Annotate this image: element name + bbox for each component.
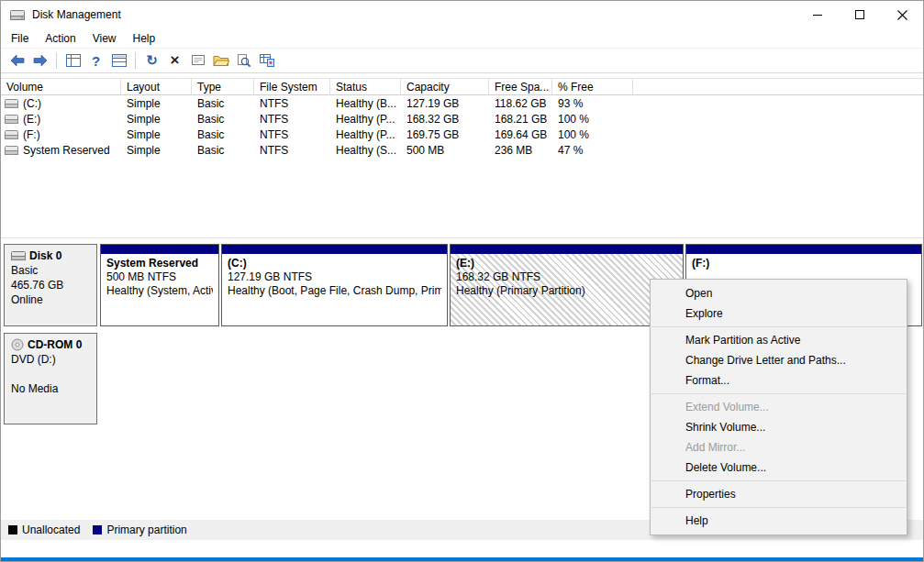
menu-item-shrink-volume[interactable]: Shrink Volume... <box>651 417 907 437</box>
cell-layout: Simple <box>121 128 192 141</box>
properties-icon[interactable] <box>187 50 208 71</box>
drive-icon <box>5 129 19 140</box>
primary-partition-label: Primary partition <box>106 523 186 536</box>
cell-file-system: NTFS <box>254 113 330 126</box>
partition-name: (F:) <box>692 257 916 270</box>
menu-item-mark-partition-active[interactable]: Mark Partition as Active <box>651 330 907 350</box>
forward-icon[interactable] <box>29 50 50 71</box>
unallocated-label: Unallocated <box>22 523 80 536</box>
toolbar-separator <box>56 52 57 69</box>
partition-c[interactable]: (C:) 127.19 GB NTFS Healthy (Boot, Page … <box>221 244 448 326</box>
cdrom0-panel[interactable]: CD-ROM 0 DVD (D:) No Media <box>4 333 97 424</box>
menu-separator <box>651 480 906 481</box>
partition-size: 127.19 GB NTFS <box>228 270 441 284</box>
disk0-status: Online <box>11 292 90 307</box>
menu-item-format[interactable]: Format... <box>651 370 907 391</box>
refresh-icon[interactable]: ↻ <box>141 50 162 71</box>
cell-file-system: NTFS <box>254 128 330 141</box>
open-folder-icon[interactable] <box>210 50 231 71</box>
toolbar: ? ↻ × <box>1 49 923 73</box>
partition-system-reserved[interactable]: System Reserved 500 MB NTFS Healthy (Sys… <box>100 244 219 326</box>
cell-file-system: NTFS <box>254 144 330 157</box>
drive-icon <box>5 98 19 109</box>
column-header-free-space[interactable]: Free Spa... <box>489 79 552 95</box>
cell-pct-free: 100 % <box>552 128 633 141</box>
column-header-status[interactable]: Status <box>330 79 401 95</box>
menu-item-help[interactable]: Help <box>651 511 907 531</box>
volume-row-system-reserved[interactable]: System Reserved Simple Basic NTFS Health… <box>1 142 923 158</box>
menu-item-add-mirror: Add Mirror... <box>651 437 907 457</box>
cell-capacity: 169.75 GB <box>401 128 489 141</box>
cell-status: Healthy (P... <box>330 113 401 126</box>
find-icon[interactable] <box>233 50 254 71</box>
menu-item-delete-volume[interactable]: Delete Volume... <box>651 457 907 478</box>
volume-row-c[interactable]: (C:) Simple Basic NTFS Healthy (B... 127… <box>1 95 923 111</box>
menu-item-open[interactable]: Open <box>651 283 907 303</box>
titlebar: Disk Management <box>1 1 923 28</box>
column-header-type[interactable]: Type <box>192 79 254 95</box>
help-icon[interactable]: ? <box>85 50 106 71</box>
drive-icon <box>5 145 19 156</box>
column-header-pct-free[interactable]: % Free <box>552 79 633 95</box>
minimize-button[interactable] <box>796 1 839 28</box>
partition-color-strip <box>451 245 683 254</box>
volume-list-header: Volume Layout Type File System Status Ca… <box>1 78 923 95</box>
close-button[interactable] <box>881 1 923 28</box>
disk0-type: Basic <box>11 263 90 278</box>
disk-icon <box>11 250 26 261</box>
column-header-filler <box>633 79 923 95</box>
menu-help[interactable]: Help <box>125 29 164 48</box>
show-graphical-view-icon[interactable] <box>108 50 129 71</box>
column-header-volume[interactable]: Volume <box>1 79 121 95</box>
cell-status: Healthy (P... <box>330 128 401 141</box>
cell-pct-free: 47 % <box>552 144 633 157</box>
pane-divider[interactable] <box>1 237 923 238</box>
column-header-capacity[interactable]: Capacity <box>401 79 489 95</box>
cell-volume: (F:) <box>1 128 121 141</box>
maximize-icon <box>855 10 864 19</box>
cdrom0-title: CD-ROM 0 <box>11 337 90 352</box>
menu-action[interactable]: Action <box>37 29 83 48</box>
menu-file[interactable]: File <box>3 29 37 48</box>
window-bottom-border <box>1 557 923 562</box>
partition-e[interactable]: (E:) 168.32 GB NTFS Healthy (Primary Par… <box>450 244 684 326</box>
context-menu: Open Explore Mark Partition as Active Ch… <box>650 279 907 535</box>
disk0-panel[interactable]: Disk 0 Basic 465.76 GB Online <box>4 244 97 326</box>
partition-color-strip <box>101 245 218 254</box>
cell-layout: Simple <box>121 113 192 126</box>
column-header-layout[interactable]: Layout <box>121 79 192 95</box>
volume-row-e[interactable]: (E:) Simple Basic NTFS Healthy (P... 168… <box>1 111 923 127</box>
cell-free-space: 169.64 GB <box>489 128 552 141</box>
menu-view[interactable]: View <box>84 29 125 48</box>
menu-item-properties[interactable]: Properties <box>651 484 907 504</box>
maximize-button[interactable] <box>839 1 881 28</box>
cell-pct-free: 100 % <box>552 113 633 126</box>
show-console-tree-icon[interactable] <box>62 50 83 71</box>
disk0-title: Disk 0 <box>11 248 90 263</box>
cell-layout: Simple <box>121 97 192 110</box>
menu-item-change-drive-letter[interactable]: Change Drive Letter and Paths... <box>651 350 907 370</box>
window-controls <box>796 1 923 28</box>
disk-management-window: Disk Management File Action View Help ? <box>0 0 924 562</box>
cell-type: Basic <box>192 144 254 157</box>
partition-color-strip <box>686 245 921 254</box>
cell-capacity: 168.32 GB <box>401 113 489 126</box>
partition-status: Healthy (Boot, Page File, Crash Dump, Pr… <box>228 284 441 298</box>
menu-separator <box>651 507 906 508</box>
column-header-file-system[interactable]: File System <box>254 79 330 95</box>
back-icon[interactable] <box>6 50 28 71</box>
cd-icon <box>11 338 24 351</box>
cell-free-space: 168.21 GB <box>489 113 552 126</box>
drive-icon <box>5 114 19 125</box>
partition-color-strip <box>222 245 447 254</box>
delete-icon[interactable]: × <box>164 50 185 71</box>
cell-type: Basic <box>192 128 254 141</box>
cell-status: Healthy (S... <box>330 144 401 157</box>
close-icon <box>897 10 907 20</box>
minimize-icon <box>813 15 822 16</box>
cdrom0-type: DVD (D:) <box>11 352 90 367</box>
volume-row-f[interactable]: (F:) Simple Basic NTFS Healthy (P... 169… <box>1 127 923 142</box>
convert-disk-icon[interactable] <box>256 50 277 71</box>
menu-item-explore[interactable]: Explore <box>651 303 907 324</box>
cell-capacity: 500 MB <box>401 144 489 157</box>
